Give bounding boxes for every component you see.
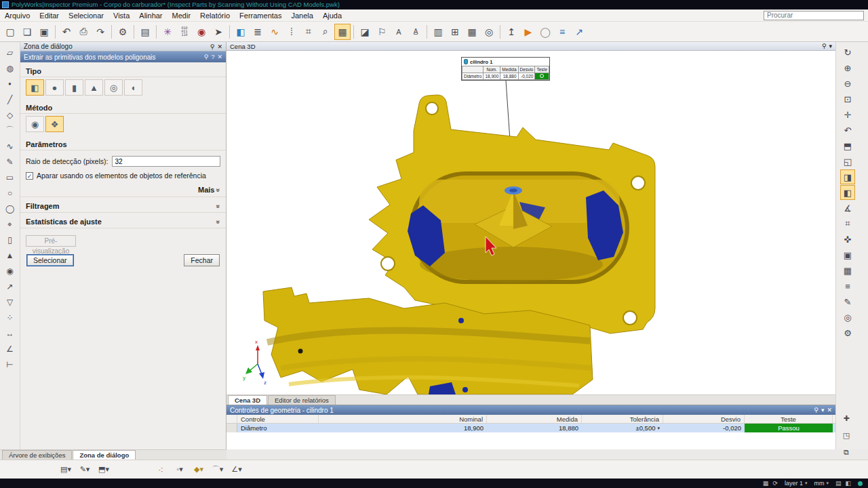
feature-menu-icon[interactable]: ◆▾ — [190, 462, 208, 478]
view-settings-icon[interactable]: ⚙ — [840, 325, 855, 340]
circle-icon[interactable]: ○ — [3, 186, 18, 200]
rotate-view-icon[interactable]: ↻ — [840, 45, 855, 60]
col-nominal[interactable]: Nominal — [319, 415, 487, 423]
trim-checkbox[interactable]: ✓ — [26, 172, 33, 180]
pins-icon[interactable]: ⁞ — [283, 24, 300, 40]
type-cone-icon[interactable]: ▲ — [85, 79, 103, 96]
zoom-out-icon[interactable]: ⊖ — [840, 76, 855, 91]
col-desvio[interactable]: Desvio — [663, 415, 745, 423]
annotation-icon[interactable]: ✎ — [840, 294, 855, 309]
export-icon[interactable]: ↥ — [503, 24, 519, 40]
curve-icon[interactable]: ∿ — [3, 139, 18, 153]
find-text-icon[interactable]: A — [391, 24, 407, 40]
measure-view-icon[interactable]: ∡ — [840, 201, 855, 216]
filtragem-expander[interactable]: Filtragem » — [20, 197, 226, 213]
object-menu-icon[interactable]: ⬒▾ — [95, 462, 113, 478]
menu-arquivo[interactable]: Arquivo — [0, 9, 35, 22]
estatisticas-expander[interactable]: Estatísticas de ajuste » — [20, 213, 226, 228]
table-icon[interactable]: ▦ — [464, 24, 480, 40]
pencil-icon[interactable]: ✎ — [3, 155, 18, 169]
row-selector[interactable] — [226, 424, 237, 432]
pan-icon[interactable]: ✛ — [840, 107, 855, 122]
cylinder-icon[interactable]: ▯ — [3, 232, 18, 247]
tab-arvore-exibicoes[interactable]: Árvore de exibições — [2, 450, 72, 460]
tab-zona-dialogo[interactable]: Zona de diálogo — [73, 450, 136, 460]
distance-icon[interactable]: ↔ — [3, 326, 18, 340]
menu-selecionar[interactable]: Selecionar — [64, 9, 108, 22]
tab-editor-relatorios[interactable]: Editor de relatórios — [268, 395, 336, 405]
box-zoom-icon[interactable]: ▣ — [840, 247, 855, 262]
pin-icon[interactable]: ⚲ — [822, 43, 827, 49]
col-medida[interactable]: Medida — [487, 415, 582, 423]
cone-icon[interactable]: ▲ — [3, 248, 18, 262]
hand-icon[interactable]: ✜ — [840, 232, 855, 247]
type-plane-icon[interactable]: ◧ — [26, 79, 44, 96]
type-cylinder-icon[interactable]: ▮ — [65, 79, 83, 96]
profile-menu-icon[interactable]: ⌒▾ — [209, 462, 226, 478]
vector-icon[interactable]: ↗ — [3, 279, 18, 293]
menu-medir[interactable]: Medir — [167, 9, 196, 22]
open-file-icon[interactable]: ❏ — [19, 24, 35, 40]
zoom-in-icon[interactable]: ⊕ — [840, 60, 855, 75]
pin-icon[interactable]: ⚲ — [210, 43, 215, 50]
font-search-icon[interactable]: A̲ — [408, 24, 424, 40]
close-icon[interactable]: ✕ — [217, 43, 222, 50]
layer-selector[interactable]: layer 1 ▾ — [785, 480, 808, 487]
menu-janela[interactable]: Janela — [286, 9, 317, 22]
layers-icon[interactable]: ≡ — [840, 279, 855, 293]
probe-arrow-icon[interactable]: ➤ — [210, 24, 226, 40]
status-refresh-icon[interactable]: ⟳ — [772, 480, 778, 487]
show-primitives-icon[interactable]: ◨ — [840, 169, 855, 184]
grid-align-icon[interactable]: ▦ — [334, 24, 351, 40]
menu-ferramentas[interactable]: Ferramentas — [235, 9, 286, 22]
annotation-menu-icon[interactable]: ✎▾ — [76, 462, 94, 478]
menu-ajuda[interactable]: Ajuda — [318, 9, 347, 22]
gauge-icon[interactable]: ◉ — [193, 24, 210, 40]
sphere-icon[interactable]: ◉ — [3, 264, 18, 278]
standard-views-icon[interactable]: ⬒ — [840, 138, 855, 153]
crosshair-icon[interactable]: ⌖ — [3, 217, 18, 231]
table-row-diametro[interactable]: Diâmetro 18,900 18,880 ±0,500 ▾ -0,020 P… — [226, 424, 835, 432]
menu-editar[interactable]: Editar — [35, 9, 64, 22]
arc-icon[interactable]: ⌒ — [3, 123, 18, 138]
chart-icon[interactable]: ↗ — [571, 24, 587, 40]
scan-comb-icon[interactable]: ≣ — [250, 24, 266, 40]
digital-readout-icon[interactable]: 010 011 110 — [176, 24, 193, 40]
preview-button[interactable]: Pré-visualização — [26, 235, 76, 247]
surface-patch-icon[interactable]: ▱ — [3, 45, 18, 60]
caliper-icon[interactable]: ⊢ — [3, 357, 18, 371]
close-icon[interactable]: ✕ — [827, 407, 832, 413]
col-teste[interactable]: Teste — [745, 415, 833, 423]
report-menu-icon[interactable]: ▤▾ — [57, 462, 75, 478]
select-elements-icon[interactable]: ⌗ — [300, 24, 317, 40]
measurement-callout[interactable]: cilindro 1 Nom. Medida Desvio Teste Diâm… — [461, 57, 550, 81]
status-view-icon[interactable]: ◧ — [845, 480, 851, 487]
slab-icon[interactable]: ▭ — [3, 170, 18, 184]
probe-star-icon[interactable]: ✳ — [159, 24, 176, 40]
redo-icon[interactable]: ↷ — [92, 24, 108, 40]
status-report-icon[interactable]: ▤ — [835, 480, 842, 487]
pin-icon[interactable]: ⚲ — [814, 407, 818, 413]
mesh-view-icon[interactable]: ▦ — [840, 263, 855, 278]
split-view-icon[interactable]: ◧ — [840, 185, 855, 200]
options-gear-icon[interactable]: ⚙ — [115, 24, 131, 40]
method-anchor-icon[interactable]: ◉ — [26, 116, 44, 132]
3d-part-render[interactable]: x y z — [226, 51, 835, 394]
reference-cube-icon[interactable]: ◧ — [233, 24, 249, 40]
col-controle[interactable]: Controle — [237, 415, 319, 423]
cell-tolerancia-dropdown[interactable]: ±0,500 ▾ — [582, 424, 663, 432]
menu-icon[interactable]: ▾ — [829, 43, 832, 49]
save-icon[interactable]: ▣ — [36, 24, 52, 40]
cluster-icon[interactable]: ⁘ — [3, 310, 18, 325]
close-icon[interactable]: ✕ — [217, 54, 222, 60]
stop-macro-icon[interactable]: ◯ — [537, 24, 553, 40]
ruler-icon[interactable]: ⌗ — [840, 216, 855, 231]
report-add-icon[interactable]: ⊞ — [447, 24, 463, 40]
control-options-icon[interactable]: ◳ — [840, 429, 853, 441]
pin-icon[interactable]: ⚲ — [204, 54, 209, 60]
measure-cluster-icon[interactable]: ⁖ — [152, 462, 170, 478]
angle-menu-icon[interactable]: ∠▾ — [228, 462, 245, 478]
play-macro-icon[interactable]: ▶ — [520, 24, 536, 40]
add-control-icon[interactable]: ✚ — [840, 412, 853, 424]
point-menu-icon[interactable]: ◦▾ — [171, 462, 189, 478]
